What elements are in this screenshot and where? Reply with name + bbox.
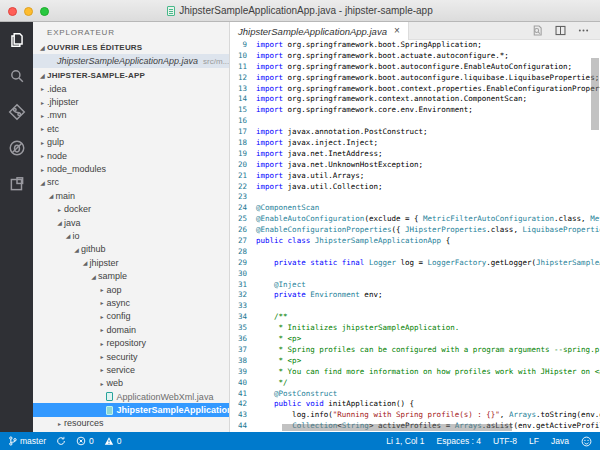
code-line[interactable]: 33 — [230, 301, 600, 312]
window-title: JhipsterSampleApplicationApp.java - jhip… — [179, 5, 432, 16]
tree-folder-item[interactable]: ▸service — [33, 363, 229, 376]
tree-item-label: repository — [107, 338, 147, 348]
code-line[interactable]: 14import org.springframework.context.ann… — [230, 94, 600, 105]
tree-folder-item[interactable]: ▸node — [33, 149, 229, 162]
code-line[interactable]: 41 @PostConstruct — [230, 389, 600, 400]
code-line[interactable]: 26@EnableConfigurationProperties({ JHips… — [230, 225, 600, 236]
tree-folder-item[interactable]: ▸.jhipster — [33, 95, 229, 108]
sync-item[interactable] — [56, 436, 66, 446]
code-line[interactable]: 42 public void initApplication() { — [230, 399, 600, 410]
tab-close-icon[interactable]: × — [394, 26, 400, 36]
project-section-header[interactable]: ◢ JHIPSTER-SAMPLE-APP — [33, 68, 229, 82]
errors-item[interactable]: 0 — [76, 436, 94, 446]
code-line-text: import org.springframework.context.annot… — [256, 94, 527, 105]
code-line[interactable]: 32 private Environment env; — [230, 290, 600, 301]
code-line[interactable]: 10import org.springframework.boot.actuat… — [230, 51, 600, 62]
code-line[interactable]: 43 log.info("Running with Spring profile… — [230, 410, 600, 421]
code-line[interactable]: 24@ComponentScan — [230, 203, 600, 214]
tree-folder-item[interactable]: ▸aop — [33, 283, 229, 296]
code-line-text: * Initializes jhipsterSampleApplication. — [256, 323, 459, 334]
split-editor-icon[interactable] — [554, 24, 567, 37]
code-line[interactable]: 23 — [230, 192, 600, 203]
code-line[interactable]: 27public class JhipsterSampleApplication… — [230, 236, 600, 247]
line-number: 19 — [230, 149, 256, 160]
zoom-window-button[interactable] — [40, 7, 49, 16]
tree-folder-item[interactable]: ▸gulp — [33, 136, 229, 149]
code-line[interactable]: 11import org.springframework.boot.autoco… — [230, 62, 600, 73]
code-line[interactable]: 39 * You can find more information on ho… — [230, 367, 600, 378]
sync-icon — [56, 436, 66, 446]
tree-folder-item[interactable]: ◢jhipster — [33, 256, 229, 269]
tree-folder-item[interactable]: ▸node_modules — [33, 162, 229, 175]
code-line[interactable]: 28 — [230, 247, 600, 258]
tree-folder-item[interactable]: ▸repository — [33, 336, 229, 349]
tree-folder-item[interactable]: ▸.idea — [33, 82, 229, 95]
encoding-setting[interactable]: UTF-8 — [493, 436, 517, 446]
tree-file-item[interactable]: JhipsterSampleApplicationApp.java — [33, 403, 229, 416]
tree-folder-item[interactable]: ◢github — [33, 243, 229, 256]
code-line[interactable]: 19import java.net.InetAddress; — [230, 149, 600, 160]
tab-jhipster-sample-application-app[interactable]: JhipsterSampleApplicationApp.java × — [230, 22, 409, 40]
code-line[interactable]: 17import javax.annotation.PostConstruct; — [230, 127, 600, 138]
git-branch-item[interactable]: master — [8, 436, 46, 446]
vertical-scrollbar[interactable] — [591, 58, 599, 130]
line-number: 13 — [230, 84, 256, 95]
code-line[interactable]: 31 @Inject — [230, 280, 600, 291]
search-icon[interactable] — [7, 66, 27, 86]
tree-folder-item[interactable]: ▸security — [33, 350, 229, 363]
code-line[interactable]: 35 * Initializes jhipsterSampleApplicati… — [230, 323, 600, 334]
tree-folder-item[interactable]: ◢main — [33, 189, 229, 202]
code-area[interactable]: 9import org.springframework.boot.SpringA… — [230, 40, 600, 432]
code-line[interactable]: 30 — [230, 269, 600, 280]
chevron-expanded-icon: ◢ — [72, 246, 81, 253]
code-line[interactable]: 21import java.util.Arrays; — [230, 171, 600, 182]
tree-folder-item[interactable]: ▸docker — [33, 203, 229, 216]
horizontal-scrollbar[interactable] — [282, 424, 512, 431]
tree-folder-item[interactable]: ▸domain — [33, 323, 229, 336]
close-window-button[interactable] — [8, 7, 17, 16]
language-mode[interactable]: Java — [551, 436, 569, 446]
indentation-setting[interactable]: Espaces : 4 — [437, 436, 481, 446]
tree-folder-item[interactable]: ▸resources — [33, 417, 229, 430]
code-line[interactable]: 29 private static final Logger log = Log… — [230, 258, 600, 269]
code-line[interactable]: 36 * <p> — [230, 334, 600, 345]
warnings-item[interactable]: 0 — [104, 436, 122, 446]
line-number: 27 — [230, 236, 256, 247]
eol-setting[interactable]: LF — [529, 436, 539, 446]
code-line[interactable]: 13import org.springframework.boot.contex… — [230, 84, 600, 95]
feedback-smiley-icon[interactable] — [581, 436, 592, 447]
code-line[interactable]: 34 /** — [230, 312, 600, 323]
code-line[interactable]: 18import javax.inject.Inject; — [230, 138, 600, 149]
minimize-window-button[interactable] — [24, 7, 33, 16]
code-line[interactable]: 15import org.springframework.core.env.En… — [230, 105, 600, 116]
source-control-icon[interactable] — [7, 102, 27, 122]
open-preview-icon[interactable] — [531, 24, 544, 37]
extensions-icon[interactable] — [7, 174, 27, 194]
code-line[interactable]: 25@EnableAutoConfiguration(exclude = { M… — [230, 214, 600, 225]
tree-folder-item[interactable]: ▸config — [33, 310, 229, 323]
open-editors-header[interactable]: ◢ OUVRIR LES ÉDITEURS — [33, 40, 229, 54]
code-line[interactable]: 16 — [230, 116, 600, 127]
tree-folder-item[interactable]: ▸web — [33, 377, 229, 390]
open-editor-item[interactable]: JhipsterSampleApplicationApp.java src/m.… — [33, 54, 229, 68]
tree-folder-item[interactable]: ▸etc — [33, 122, 229, 135]
code-line[interactable]: 12import org.springframework.boot.autoco… — [230, 73, 600, 84]
cursor-position[interactable]: Li 1, Col 1 — [386, 436, 424, 446]
tree-folder-item[interactable]: ▸.mvn — [33, 109, 229, 122]
debug-icon[interactable] — [7, 138, 27, 158]
code-line[interactable]: 37 * Spring profiles can be configured w… — [230, 345, 600, 356]
tree-folder-item[interactable]: ◢java — [33, 216, 229, 229]
code-line[interactable]: 9import org.springframework.boot.SpringA… — [230, 40, 600, 51]
code-line[interactable]: 38 * <p> — [230, 356, 600, 367]
tree-folder-item[interactable]: ◢src — [33, 176, 229, 189]
tree-folder-item[interactable]: ▸async — [33, 296, 229, 309]
tree-folder-item[interactable]: ◢io — [33, 229, 229, 242]
tree-folder-item[interactable]: ◢sample — [33, 269, 229, 282]
line-number: 31 — [230, 280, 256, 291]
tree-file-item[interactable]: ApplicationWebXml.java — [33, 390, 229, 403]
code-line[interactable]: 20import java.net.UnknownHostException; — [230, 160, 600, 171]
more-actions-icon[interactable] — [577, 24, 590, 37]
code-line[interactable]: 22import java.util.Collection; — [230, 182, 600, 193]
explorer-icon[interactable] — [7, 30, 27, 50]
code-line[interactable]: 40 */ — [230, 378, 600, 389]
